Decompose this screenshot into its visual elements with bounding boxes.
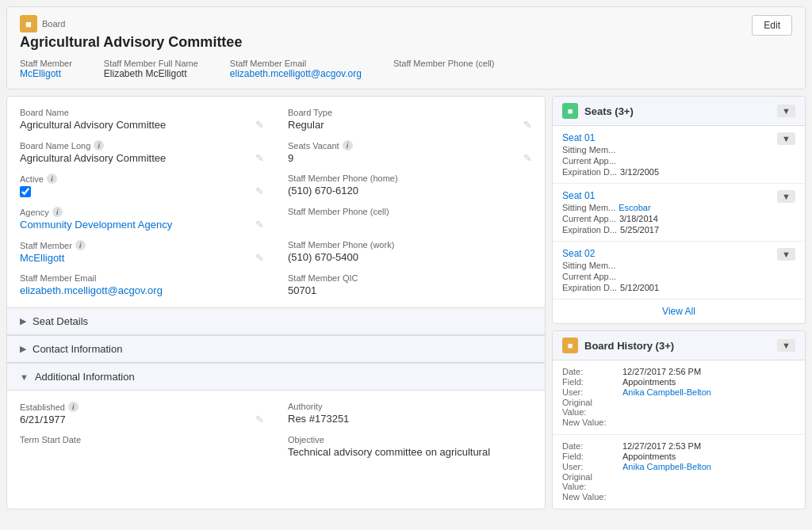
contact-info-section-header[interactable]: ▶ Contact Information xyxy=(7,335,545,363)
view-all-button[interactable]: View All xyxy=(553,299,805,323)
board-name-value-row: Agricultural Advisory Committee ✎ xyxy=(20,119,264,131)
contact-info-chevron: ▶ xyxy=(20,344,26,354)
objective-value-row: Technical advisory committee on agricult… xyxy=(288,446,532,458)
history-card: ■ Board History (3+) ▼ Date: 12/27/2017 … xyxy=(552,330,806,509)
active-edit-icon[interactable]: ✎ xyxy=(255,185,264,197)
established-info-icon: i xyxy=(68,402,79,412)
agency-edit-icon[interactable]: ✎ xyxy=(255,219,264,231)
additional-info-section-header[interactable]: ▼ Additional Information xyxy=(7,363,545,391)
seat-row-label: Expiration D... xyxy=(562,225,617,234)
board-label-text: Board xyxy=(42,19,65,29)
seat-detail-row: Current App... xyxy=(562,156,659,166)
staff-member-form-value-row: McElligott ✎ xyxy=(20,252,264,264)
history-user-link[interactable]: Anika Campbell-Belton xyxy=(622,462,711,471)
agency-field: Agency i Community Development Agency ✎ xyxy=(20,207,264,231)
staff-phone-work-field: Staff Member Phone (work) (510) 670-5400 xyxy=(288,240,532,264)
seat-title-link[interactable]: Seat 01 xyxy=(562,132,595,143)
staff-fullname-value: Elizabeth McElligott xyxy=(104,68,187,79)
seat-row-value: 3/12/2005 xyxy=(620,167,659,177)
board-name-field: Board Name Agricultural Advisory Committ… xyxy=(20,108,264,131)
seat-details-section-header[interactable]: ▶ Seat Details xyxy=(7,307,545,335)
staff-member-edit-icon[interactable]: ✎ xyxy=(255,252,264,264)
active-label: Active i xyxy=(20,173,264,184)
seat-item-dropdown[interactable]: ▼ xyxy=(777,190,795,203)
staff-email-link[interactable]: elizabeth.mcelligott@acgov.org xyxy=(230,68,362,79)
seat-detail-row: Current App... xyxy=(562,272,659,281)
seat-detail-row: Expiration D... 5/12/2001 xyxy=(562,283,659,292)
active-checkbox-wrap xyxy=(20,186,31,197)
seat-row-label: Current App... xyxy=(562,156,616,166)
edit-button[interactable]: Edit xyxy=(752,15,792,36)
established-edit-icon[interactable]: ✎ xyxy=(255,414,264,425)
seats-vacant-value: 9 xyxy=(288,152,293,164)
active-checkbox[interactable] xyxy=(20,186,31,197)
history-original-label: Original Value: xyxy=(562,472,618,491)
seats-vacant-value-row: 9 ✎ xyxy=(288,152,532,164)
seat-detail-row: Current App... 3/18/2014 xyxy=(562,214,659,223)
history-original-row: Original Value: xyxy=(562,472,795,491)
board-name-value: Agricultural Advisory Committee xyxy=(20,119,166,131)
agency-link[interactable]: Community Development Agency xyxy=(20,219,172,231)
established-value: 6/21/1977 xyxy=(20,414,66,425)
seats-vacant-info-icon: i xyxy=(343,140,353,151)
term-start-label: Term Start Date xyxy=(20,435,264,444)
objective-label: Objective xyxy=(288,435,532,444)
seat-title-link[interactable]: Seat 02 xyxy=(562,248,595,259)
history-card-icon: ■ xyxy=(562,337,578,353)
seats-card-header-left: ■ Seats (3+) xyxy=(562,103,634,119)
seat-row-label: Sitting Mem... xyxy=(562,261,615,270)
seat-detail-row: Sitting Mem... xyxy=(562,145,659,154)
history-user-link[interactable]: Anika Campbell-Belton xyxy=(622,387,711,397)
seat-row-label: Expiration D... xyxy=(562,167,617,177)
established-label: Established i xyxy=(20,402,264,412)
board-title: Agricultural Advisory Committee xyxy=(20,34,494,51)
board-name-long-edit-icon[interactable]: ✎ xyxy=(255,152,264,164)
seat-detail-row: Expiration D... 3/12/2005 xyxy=(562,167,659,177)
additional-info-chevron: ▼ xyxy=(20,372,29,382)
agency-info-icon: i xyxy=(52,207,63,217)
seat-detail-row: Sitting Mem... Escobar xyxy=(562,203,659,212)
seats-vacant-field: Seats Vacant i 9 ✎ xyxy=(288,140,532,164)
staff-member-form-field: Staff Member i McElligott ✎ xyxy=(20,240,264,264)
history-new-row: New Value: xyxy=(562,418,795,427)
history-date-label: Date: xyxy=(562,441,618,451)
seat-item-dropdown[interactable]: ▼ xyxy=(777,132,795,145)
board-name-edit-icon[interactable]: ✎ xyxy=(255,119,264,131)
history-card-dropdown[interactable]: ▼ xyxy=(777,339,795,352)
history-new-label: New Value: xyxy=(562,418,618,427)
staff-member-form-link[interactable]: McElligott xyxy=(20,252,64,264)
agency-label: Agency i xyxy=(20,207,264,217)
seats-card-dropdown[interactable]: ▼ xyxy=(777,105,795,117)
staff-phone-label: Staff Member Phone (cell) xyxy=(393,59,495,68)
seat-info: Seat 02 Sitting Mem... Current App... Ex… xyxy=(562,248,659,292)
header-left: ■ Board Agricultural Advisory Committee … xyxy=(20,15,494,79)
staff-email-form-value-row: elizabeth.mcelligott@acgov.org xyxy=(20,284,264,296)
established-field: Established i 6/21/1977 ✎ xyxy=(20,402,264,425)
history-list: Date: 12/27/2017 2:56 PM Field: Appointm… xyxy=(553,360,805,509)
seats-vacant-edit-icon[interactable]: ✎ xyxy=(523,152,532,164)
staff-email-form-link[interactable]: elizabeth.mcelligott@acgov.org xyxy=(20,284,163,296)
staff-qic-value-row: 50701 xyxy=(288,284,532,296)
agency-value-row: Community Development Agency ✎ xyxy=(20,219,264,231)
history-new-row: New Value: xyxy=(562,492,795,501)
history-original-label: Original Value: xyxy=(562,398,618,417)
history-user-row: User: Anika Campbell-Belton xyxy=(562,462,795,471)
seat-row-label: Current App... xyxy=(562,272,616,281)
history-date-row: Date: 12/27/2017 2:56 PM xyxy=(562,367,795,376)
seats-card-icon: ■ xyxy=(562,103,578,119)
board-name-long-field: Board Name Long i Agricultural Advisory … xyxy=(20,140,264,164)
history-date-label: Date: xyxy=(562,367,618,376)
seat-item-dropdown[interactable]: ▼ xyxy=(777,248,795,261)
seat-list-item: Seat 02 Sitting Mem... Current App... Ex… xyxy=(553,242,805,299)
seat-title-link[interactable]: Seat 01 xyxy=(562,190,595,201)
staff-member-link[interactable]: McElligott xyxy=(20,68,61,79)
history-date-row: Date: 12/27/2017 2:53 PM xyxy=(562,441,795,451)
history-user-row: User: Anika Campbell-Belton xyxy=(562,387,795,397)
authority-value-row: Res #173251 xyxy=(288,413,532,425)
board-type-value-row: Regular ✎ xyxy=(288,119,532,131)
staff-fullname-field: Staff Member Full Name Elizabeth McEllig… xyxy=(104,59,198,79)
board-type-edit-icon[interactable]: ✎ xyxy=(523,119,532,131)
staff-email-form-label: Staff Member Email xyxy=(20,273,264,283)
term-start-field: Term Start Date xyxy=(20,435,264,458)
history-date-value: 12/27/2017 2:53 PM xyxy=(622,441,701,451)
